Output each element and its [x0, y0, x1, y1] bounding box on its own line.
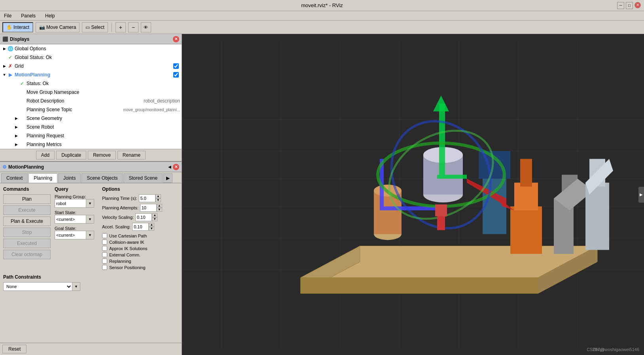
- start-state-arrow[interactable]: ▼: [86, 215, 94, 224]
- expand-icon[interactable]: ▶: [13, 134, 19, 138]
- rename-display-button[interactable]: Rename: [117, 151, 146, 159]
- tab-stored-scene[interactable]: Stored Scene: [123, 173, 163, 183]
- path-constraints-section: Path Constraints None ▼: [3, 274, 178, 291]
- tree-item-robot-desc[interactable]: Robot Description robot_description: [0, 97, 182, 105]
- tree-value: move_group/monitored_planni...: [123, 108, 180, 112]
- menu-help[interactable]: Help: [43, 12, 57, 19]
- planning-attempts-down[interactable]: ▼: [157, 208, 162, 212]
- expand-icon[interactable]: ▶: [2, 47, 7, 51]
- interact-button[interactable]: ✋ Interact: [2, 22, 33, 32]
- add-icon-button[interactable]: +: [116, 22, 126, 32]
- tree-item-planning-request[interactable]: ▶ Planning Request: [0, 131, 182, 140]
- motion-planning-checkbox[interactable]: [173, 72, 179, 78]
- tree-item-grid[interactable]: ▶ ✗ Grid: [0, 62, 182, 70]
- displays-close-button[interactable]: ✕: [173, 36, 179, 42]
- external-comm-checkbox[interactable]: [102, 252, 107, 257]
- goal-state-dropdown[interactable]: <current>: [55, 231, 86, 239]
- svg-rect-44: [435, 205, 447, 216]
- tab-context[interactable]: Context: [1, 173, 28, 183]
- velocity-scaling-up[interactable]: ▲: [152, 213, 157, 217]
- motion-panel-close-button[interactable]: ✕: [173, 164, 179, 170]
- menu-file[interactable]: File: [2, 12, 14, 19]
- expand-icon[interactable]: ▶: [13, 116, 19, 120]
- main-layout: ⬛ Displays ✕ ▶ 🌐 Global Options ✓ Global…: [0, 34, 644, 355]
- tree-item-scene-robot[interactable]: ▶ Scene Robot: [0, 123, 182, 131]
- accel-scaling-label: Accel. Scaling:: [102, 224, 131, 229]
- displays-toolbar: Add Duplicate Remove Rename: [0, 149, 182, 161]
- accel-scaling-input[interactable]: [132, 223, 149, 231]
- query-section: Query Planning Group: robot ▼ Start: [55, 186, 98, 242]
- sensor-positioning-checkbox[interactable]: [102, 265, 107, 270]
- tree-item-scene-geometry[interactable]: ▶ Scene Geometry: [0, 114, 182, 123]
- expand-icon[interactable]: ▼: [2, 73, 7, 77]
- expand-icon[interactable]: ▶: [2, 64, 7, 68]
- plan-execute-button[interactable]: Plan & Execute: [3, 216, 51, 226]
- planning-group-arrow[interactable]: ▼: [86, 199, 94, 208]
- tree-item-global-status[interactable]: ✓ Global Status: Ok: [0, 53, 182, 62]
- planning-attempts-up[interactable]: ▲: [157, 204, 162, 208]
- tree-label: Status: Ok: [27, 81, 180, 86]
- use-cartesian-path-row: Use Cartesian Path: [102, 233, 171, 238]
- tab-scene-objects[interactable]: Scene Objects: [81, 173, 123, 183]
- tab-joints[interactable]: Joints: [58, 173, 81, 183]
- motion-panel-arrow[interactable]: ◀: [168, 165, 171, 169]
- start-state-dropdown[interactable]: <current>: [55, 215, 86, 224]
- tree-item-status[interactable]: ✓ Status: Ok: [0, 79, 182, 88]
- replanning-label: Replanning: [109, 259, 131, 264]
- move-camera-button[interactable]: 📷 Move Camera: [36, 22, 80, 32]
- approx-ik-checkbox[interactable]: [102, 246, 107, 251]
- collision-aware-ik-label: Collision-aware IK: [109, 240, 144, 245]
- expand-icon[interactable]: ▶: [13, 125, 19, 129]
- svg-rect-27: [514, 183, 538, 211]
- maximize-button[interactable]: □: [626, 2, 633, 9]
- expand-icon[interactable]: ▶: [13, 142, 19, 146]
- velocity-scaling-input[interactable]: [135, 213, 152, 221]
- add-display-button[interactable]: Add: [36, 151, 55, 159]
- reset-button[interactable]: Reset: [2, 345, 27, 353]
- grid-checkbox[interactable]: [173, 63, 179, 69]
- motion-tabs: Context Planning Joints Scene Objects St…: [0, 172, 182, 183]
- execute-button[interactable]: Execute: [3, 205, 51, 215]
- collision-aware-ik-checkbox[interactable]: [102, 239, 107, 245]
- tab-planning[interactable]: Planning: [28, 173, 57, 183]
- goal-state-arrow[interactable]: ▼: [86, 231, 94, 239]
- eye-icon-button[interactable]: 👁: [141, 22, 151, 32]
- use-cartesian-path-checkbox[interactable]: [102, 233, 107, 238]
- tree-item-move-group[interactable]: Move Group Namespace: [0, 88, 182, 97]
- planning-attempts-label: Planning Attempts:: [102, 205, 138, 210]
- motion-panel-title: ⚙ MotionPlanning: [2, 164, 44, 170]
- duplicate-display-button[interactable]: Duplicate: [56, 151, 86, 159]
- path-constraints-wrap: None ▼: [3, 282, 178, 291]
- plan-button[interactable]: Plan: [3, 194, 51, 204]
- tree-item-motion-planning[interactable]: ▼ ▶ MotionPlanning: [0, 70, 182, 79]
- remove-display-button[interactable]: Remove: [88, 151, 116, 159]
- tree-item-planning-metrics[interactable]: ▶ Planning Metrics: [0, 140, 182, 149]
- tree-item-planning-scene-topic[interactable]: Planning Scene Topic move_group/monitore…: [0, 105, 182, 114]
- executed-button[interactable]: Executed: [3, 239, 51, 248]
- displays-title: ⬛ Displays: [2, 36, 29, 42]
- minimize-button[interactable]: ─: [617, 2, 624, 9]
- menu-panels[interactable]: Panels: [19, 12, 38, 19]
- approx-ik-label: Approx IK Solutions: [109, 246, 148, 251]
- planning-time-input[interactable]: [139, 194, 155, 202]
- replanning-checkbox[interactable]: [102, 258, 107, 264]
- select-button[interactable]: ▭ Select: [82, 22, 108, 32]
- accel-scaling-up[interactable]: ▲: [149, 223, 154, 227]
- path-constraints-arrow[interactable]: ▼: [72, 282, 80, 291]
- velocity-scaling-down[interactable]: ▼: [152, 217, 157, 221]
- planning-group-dropdown[interactable]: robot: [55, 199, 86, 208]
- tab-more-button[interactable]: ▶: [163, 173, 172, 183]
- tree-item-global-options[interactable]: ▶ 🌐 Global Options: [0, 44, 182, 53]
- planning-attempts-input[interactable]: [140, 204, 157, 212]
- stop-button[interactable]: Stop: [3, 228, 51, 237]
- menubar: File Panels Help: [0, 11, 644, 21]
- planning-time-up[interactable]: ▲: [155, 194, 161, 198]
- close-button[interactable]: ✕: [635, 2, 641, 8]
- planning-time-down[interactable]: ▼: [155, 198, 161, 202]
- minus-icon-button[interactable]: −: [128, 22, 138, 32]
- svg-rect-43: [437, 215, 445, 230]
- accel-scaling-down[interactable]: ▼: [149, 227, 154, 231]
- clear-octomap-button[interactable]: Clear octomap: [3, 250, 51, 259]
- path-constraints-dropdown[interactable]: None: [3, 282, 72, 291]
- viewport-collapse-arrow[interactable]: ▶: [638, 187, 644, 203]
